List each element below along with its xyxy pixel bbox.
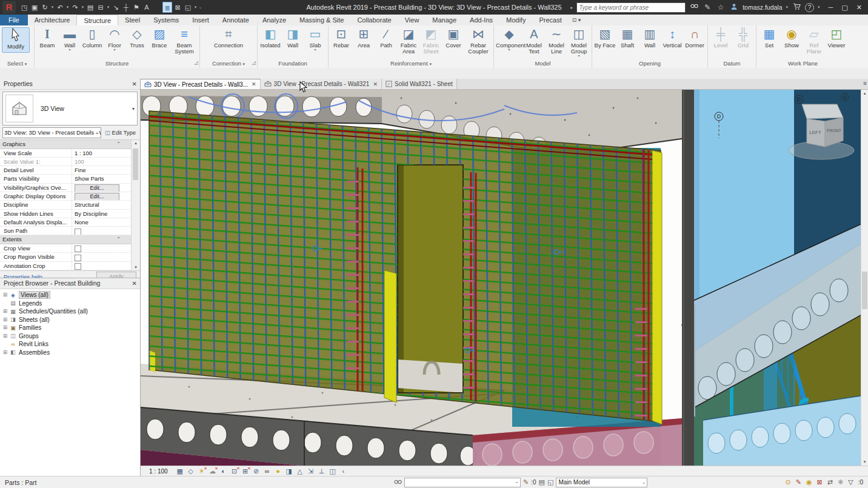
beam-system-button[interactable]: ≡Beam System <box>171 26 198 55</box>
minimize-button[interactable]: ─ <box>829 4 833 12</box>
revit-logo[interactable]: R <box>2 1 16 13</box>
project-browser-header[interactable]: Project Browser - Precast Building✕ <box>0 278 140 289</box>
visual-style-icon[interactable]: ◇ <box>186 467 196 475</box>
viewer-button[interactable]: ◰Viewer <box>826 26 847 48</box>
ribbon-display-toggle-icon[interactable]: ⊡ ▾ <box>569 15 585 25</box>
thin-lines-icon[interactable]: ≣ <box>162 2 172 13</box>
measure-icon[interactable]: ↘ <box>111 2 121 13</box>
sync-dropdown-icon[interactable]: ▾ <box>50 2 55 13</box>
undo-icon[interactable]: ↶ <box>55 2 65 13</box>
type-selector-dropdown-icon[interactable]: ▾ <box>132 106 135 112</box>
close-button[interactable]: ✕ <box>856 4 862 12</box>
sign-in-icon[interactable]: ✎ <box>703 3 712 12</box>
show-work-plane-button[interactable]: ◉Show <box>781 26 803 48</box>
edit-type-button[interactable]: ◫ Edit Type <box>103 128 138 138</box>
steering-wheel-icon[interactable] <box>394 479 402 486</box>
vg-edit-button[interactable]: Edit... <box>75 184 119 192</box>
temporary-view-properties-icon[interactable]: ◨ <box>284 467 294 475</box>
tab-analyze[interactable]: Analyze <box>256 15 293 25</box>
opening-by-face-button[interactable]: ▧By Face <box>594 26 616 48</box>
tab-file[interactable]: File <box>0 15 28 25</box>
section-extents[interactable]: Extents⌃ <box>0 235 132 244</box>
component-button[interactable]: ◆Component▾ <box>496 26 522 52</box>
switch-windows-icon[interactable]: ◱ <box>183 2 193 13</box>
connection-dialog-launcher-icon[interactable]: ◿ <box>252 58 256 67</box>
wall-opening-button[interactable]: ▥Wall <box>639 26 661 48</box>
scale-control[interactable]: 1 : 100 <box>149 468 168 475</box>
design-option-select[interactable]: Main Model⌄ <box>556 478 647 487</box>
crop-region-visible-checkbox[interactable] <box>75 255 81 261</box>
property-row[interactable]: DisciplineStructural <box>0 201 132 209</box>
help-icon[interactable]: ? <box>805 3 814 12</box>
area-reinforcement-button[interactable]: ⊞Area <box>353 26 375 48</box>
scrollbar-thumb[interactable] <box>862 272 867 309</box>
property-row[interactable]: Detail LevelFine <box>0 166 132 175</box>
isolated-foundation-button[interactable]: ◧Isolated <box>259 26 281 48</box>
customize-qat-icon[interactable]: ⌄ <box>198 2 202 13</box>
tab-modify[interactable]: Modify <box>499 15 532 25</box>
model-line-button[interactable]: ∼Model Line <box>546 26 567 55</box>
browser-item-revit-links[interactable]: ∞Revit Links <box>2 340 140 349</box>
selection-filter-icon[interactable]: ▽ <box>848 478 853 486</box>
tag-icon[interactable]: ⚑ <box>132 2 141 13</box>
view-tab-overflow-icon[interactable]: ≡ <box>863 80 867 87</box>
favorites-star-icon[interactable]: ☆ <box>716 3 726 12</box>
panel-label-select[interactable]: Select ▾ <box>0 59 34 68</box>
section-icon[interactable]: ⊟ <box>96 2 105 13</box>
model-canvas[interactable]: D D G LEFT FRONT <box>141 90 868 466</box>
panel-label-connection[interactable]: Connection ▾◿ <box>200 59 257 68</box>
property-row[interactable]: Graphic Display OptionsEdit... <box>0 192 132 201</box>
canvas-vertical-scrollbar[interactable]: ▴ ▾ <box>861 90 868 466</box>
wall-rebar-mesh[interactable] <box>149 111 661 422</box>
model-group-button[interactable]: ◫Model Group▾ <box>568 26 590 58</box>
browser-item-views[interactable]: ⊞◈Views (all) <box>2 291 140 299</box>
user-avatar-icon[interactable] <box>729 3 739 12</box>
slab-foundation-button[interactable]: ▭Slab▾ <box>304 26 326 52</box>
view-tab-close-icon[interactable]: ✕ <box>373 81 378 87</box>
analytical-model-icon[interactable]: △ <box>295 467 305 475</box>
section-graphics[interactable]: Graphics⌃ <box>0 140 132 149</box>
gdo-edit-button[interactable]: Edit... <box>75 193 119 200</box>
properties-close-icon[interactable]: ✕ <box>132 79 137 89</box>
print-icon[interactable]: ▤ <box>85 2 95 13</box>
structure-dialog-launcher-icon[interactable]: ◿ <box>195 58 198 67</box>
properties-scrollbar[interactable]: ▴ ▾ <box>131 140 140 270</box>
worksets-icon[interactable]: ▤ <box>539 478 545 486</box>
close-hidden-windows-icon[interactable]: ⊠ <box>173 2 182 13</box>
path-reinforcement-button[interactable]: ∕Path <box>375 26 397 48</box>
browser-item-schedules[interactable]: ⊞▦Schedules/Quantities (all) <box>2 307 140 316</box>
browser-item-legends[interactable]: ▤Legends <box>2 299 140 308</box>
scroll-down-icon[interactable]: ▾ <box>861 460 868 464</box>
property-row[interactable]: Default Analysis Displa...None <box>0 218 132 227</box>
background-processes-icon[interactable]: ✱ <box>838 478 843 486</box>
app-store-cart-icon[interactable] <box>792 3 801 12</box>
tab-add-ins[interactable]: Add-Ins <box>463 15 499 25</box>
floor-button[interactable]: ◠Floor▾ <box>104 26 125 52</box>
property-row[interactable]: Sun Path <box>0 227 132 235</box>
pin-icon[interactable]: ◉ <box>806 478 812 486</box>
model-text-button[interactable]: AModel Text <box>523 26 545 55</box>
dormer-opening-button[interactable]: ∩Dormer <box>684 26 706 48</box>
property-row[interactable]: Crop View <box>0 244 132 253</box>
open-icon[interactable]: ◳ <box>19 2 29 13</box>
properties-header[interactable]: Properties✕ <box>0 79 140 90</box>
vcb-collapse-icon[interactable]: ‹ <box>342 467 345 475</box>
sun-path-checkbox[interactable] <box>75 229 81 235</box>
worksharing-display-icon[interactable]: ◫ <box>328 467 338 475</box>
property-row[interactable]: View Scale1 : 100 <box>0 149 132 158</box>
brace-button[interactable]: ▨Brace <box>149 26 170 48</box>
browser-item-assemblies[interactable]: ⊞◧Assemblies <box>2 349 140 357</box>
vertical-opening-button[interactable]: ↕Vertical <box>661 26 683 48</box>
redo-icon[interactable]: ↷ <box>70 2 80 13</box>
annotation-crop-checkbox[interactable] <box>75 263 81 270</box>
modify-button[interactable]: Modify <box>2 26 32 53</box>
search-input[interactable]: Type a keyword or phrase <box>576 2 686 13</box>
property-row[interactable]: Annotation Crop <box>0 262 132 270</box>
beam-button[interactable]: IBeam <box>36 26 58 48</box>
rebar-button[interactable]: ⊡Rebar <box>330 26 352 48</box>
exclude-options-icon[interactable]: ⊠ <box>817 478 823 486</box>
text-icon[interactable]: A <box>142 2 152 13</box>
property-row[interactable]: Crop Region Visible <box>0 253 132 261</box>
search-icon[interactable] <box>689 3 699 12</box>
panel-label-reinforcement[interactable]: Reinforcement ▾ <box>329 59 493 68</box>
